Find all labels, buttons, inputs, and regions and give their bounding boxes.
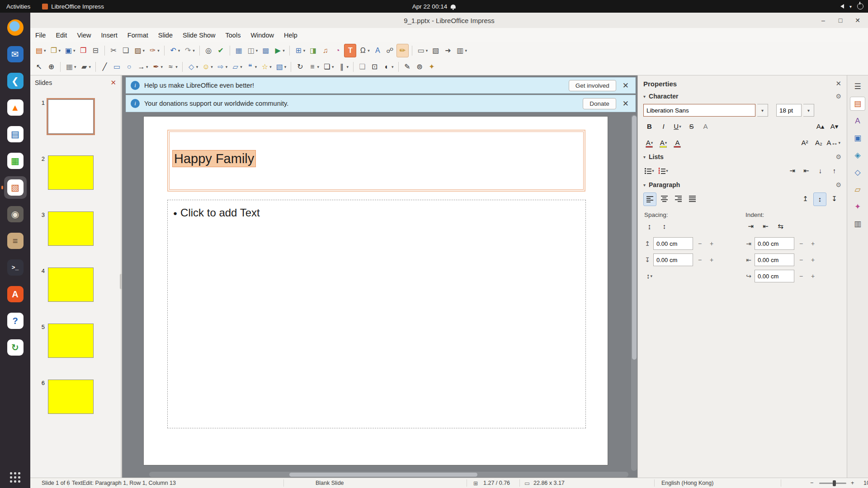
insert-line-button[interactable]: ╱ [99,61,110,73]
open-file-button[interactable]: ❐▾ [48,44,62,57]
menu-tools[interactable]: Tools [221,28,246,42]
line-color-button[interactable]: ✒▾ [151,61,165,73]
below-paragraph-spacing-increase-button[interactable]: + [707,254,717,266]
below-paragraph-spacing-decrease-button[interactable]: − [695,254,705,266]
underline-button[interactable]: U▾ [671,120,684,133]
paste-button[interactable]: ▨▾ [132,44,146,57]
interaction-button[interactable]: ➜ [442,44,453,57]
font-size-dropdown[interactable]: ▾ [803,104,814,117]
above-paragraph-spacing-decrease-button[interactable]: − [695,238,705,249]
paste-dropdown[interactable]: ▾ [143,48,145,53]
save-button[interactable]: ▣▾ [63,44,77,57]
slide-layout-button[interactable]: ▥▾ [454,44,468,57]
system-status-menu[interactable]: ▾ [840,0,863,13]
below-paragraph-spacing-input[interactable] [653,253,693,266]
dock-item-ubuntu-software[interactable]: A [4,283,27,305]
align-justify-button[interactable] [686,192,698,205]
after-text-indent-input[interactable] [755,253,794,266]
start-from-first-slide-dropdown[interactable]: ▾ [283,48,285,53]
tab-styles[interactable]: A [850,114,865,128]
menu-window[interactable]: Window [245,28,279,42]
block-arrows-button[interactable]: ⇨▾ [215,61,229,73]
find-and-replace-button[interactable]: ◎ [203,44,214,57]
menu-file[interactable]: File [30,28,51,42]
character-section-header[interactable]: ▾ Character ⚙ [638,90,847,102]
undo-button[interactable]: ↶▾ [168,44,182,57]
snap-to-grid-button[interactable]: ▦▾ [64,61,78,73]
master-slide-button[interactable]: ▩ [260,44,271,57]
arrange-dropdown[interactable]: ▾ [332,65,334,69]
unordered-list-button[interactable]: ▾ [643,164,656,177]
vertical-scrollbar-thumb[interactable] [632,116,637,360]
move-down-button[interactable]: ↓ [814,164,826,177]
insert-image-button[interactable]: ◨ [307,44,319,57]
fill-color-button[interactable]: ▰▾ [79,61,93,73]
insert-special-character-dropdown[interactable]: ▾ [368,48,370,53]
arrange-button[interactable]: ❏▾ [321,61,335,73]
display-grid-button[interactable]: ▦ [233,44,245,57]
insert-chart-button[interactable]: ◔ [332,44,343,57]
insert-special-character-button[interactable]: Ω▾ [357,44,371,57]
insert-table-button[interactable]: ⊞▾ [293,44,307,57]
curves-and-polygons-dropdown[interactable]: ▾ [175,65,178,69]
tab-navigator[interactable]: ◈ [850,148,865,162]
align-top-button[interactable]: ↥ [799,192,811,205]
lines-and-arrows-button[interactable]: →▾ [136,61,150,73]
dock-item-vlc[interactable]: ▲ [4,96,27,119]
block-arrows-dropdown[interactable]: ▾ [226,65,228,69]
zoom-slider-thumb[interactable] [833,480,836,486]
dock-item-files[interactable]: ≡ [4,230,27,252]
dock-item-software-updater[interactable]: ↻ [4,336,27,359]
insert-shapes-dropdown[interactable]: ▾ [426,48,428,53]
slide-thumbnail-6[interactable] [48,380,94,414]
toggle-shadow-button[interactable]: A [699,120,712,133]
menu-view[interactable]: View [72,28,96,42]
font-color-dropdown[interactable]: ▾ [651,141,653,145]
horizontal-scrollbar-thumb[interactable] [289,473,477,477]
decrease-paragraph-spacing-button[interactable]: ↕ [658,220,670,233]
undo-dropdown[interactable]: ▾ [178,48,180,53]
highlighting-color-dropdown[interactable]: ▾ [665,141,667,145]
new-presentation-dropdown[interactable]: ▾ [44,48,46,53]
image-filter-button[interactable]: ◐▾ [381,61,395,73]
decrease-font-size-button[interactable]: A▾ [828,120,840,133]
line-spacing-button[interactable]: ↕▾ [643,270,656,282]
close-notification-icon[interactable]: ✕ [621,81,631,90]
distribute-selection-dropdown[interactable]: ▾ [346,65,349,69]
before-text-indent-increase-button[interactable]: + [808,238,818,249]
strikethrough-button[interactable]: S [685,120,698,133]
new-presentation-button[interactable]: ▤▾ [33,44,47,57]
superscript-button[interactable]: A² [798,136,811,149]
menu-slide-show[interactable]: Slide Show [178,28,221,42]
align-objects-dropdown[interactable]: ▾ [317,65,319,69]
dock-item-libreoffice-impress[interactable]: ▧ [4,176,27,199]
sidebar-settings[interactable]: ☰ [850,80,865,94]
get-involved-button[interactable]: Get involved [569,80,616,91]
character-settings-icon[interactable]: ⚙ [835,93,841,100]
donate-button[interactable]: Donate [583,98,616,109]
font-size-input[interactable] [776,104,802,117]
increase-indent-button[interactable]: ⇥ [745,220,757,233]
zoom-in-button[interactable]: + [851,478,854,488]
character-style-button[interactable]: A [671,136,684,149]
insert-table-dropdown[interactable]: ▾ [303,48,306,53]
bold-button[interactable]: B [643,120,656,133]
title-text-box[interactable]: Happy Family [169,131,584,190]
callout-shapes-button[interactable]: ❝▾ [245,61,259,73]
insert-text-box-button[interactable]: T [344,44,356,57]
ordered-list-dropdown[interactable]: ▾ [666,169,668,173]
save-dropdown[interactable]: ▾ [73,48,75,53]
activities-button[interactable]: Activities [6,3,30,10]
promote-outline-button[interactable]: ⇤ [800,164,812,177]
decrease-indent-button[interactable]: ⇤ [760,220,772,233]
before-text-indent-decrease-button[interactable]: − [796,238,806,249]
close-slides-panel-icon[interactable]: ✕ [110,79,116,87]
star-shapes-button[interactable]: ☆▾ [259,61,273,73]
rotate-button[interactable]: ↻ [294,61,306,73]
insert-audio-video-button[interactable]: ♫ [320,44,331,57]
tab-slide-transition[interactable]: ▱ [850,183,865,197]
move-up-button[interactable]: ↑ [828,164,840,177]
insert-shapes-button[interactable]: ▭▾ [415,44,429,57]
display-views-button[interactable]: ◫▾ [245,44,259,57]
demote-outline-button[interactable]: ⇥ [786,164,798,177]
